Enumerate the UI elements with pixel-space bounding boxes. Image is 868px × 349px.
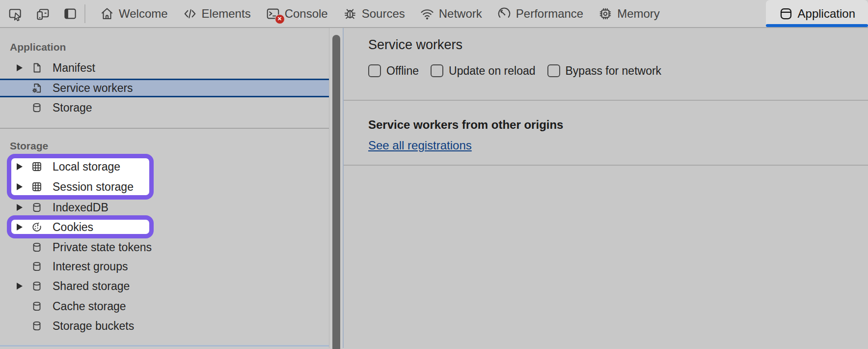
bypass-for-network-option: Bypass for network (547, 64, 662, 78)
sidebar-bottom-divider (0, 345, 329, 347)
tab-label: Network (439, 7, 482, 21)
tab-label: Application (798, 7, 855, 21)
sidebar-item-private-state-tokens[interactable]: Private state tokens (0, 237, 329, 257)
tab-memory[interactable]: Memory (591, 0, 667, 27)
sidebar-item-local-storage[interactable]: Local storage (0, 157, 329, 176)
main-divider (344, 165, 868, 166)
tab-label: Elements (202, 7, 251, 21)
wifi-icon (420, 6, 434, 21)
update-on-reload-option: Update on reload (431, 64, 535, 78)
expand-triangle-icon[interactable] (17, 64, 23, 71)
update-on-reload-label: Update on reload (449, 64, 535, 78)
tab-console[interactable]: ✕ Console (258, 0, 335, 27)
selected-tab-underline (766, 24, 868, 27)
sidebar-scrollbar[interactable] (329, 28, 344, 348)
database-icon (31, 202, 43, 213)
code-brackets-icon (183, 6, 197, 21)
dock-side-icon[interactable] (63, 6, 78, 21)
tab-label: Sources (362, 7, 405, 21)
offline-option: Offline (368, 64, 419, 78)
home-icon (100, 6, 114, 21)
sidebar-item-cache-storage[interactable]: Cache storage (0, 296, 329, 316)
offline-checkbox[interactable] (368, 64, 381, 77)
tab-label: Welcome (119, 7, 168, 21)
other-origins-heading: Service workers from other origins (368, 118, 563, 132)
panel-tabs: Welcome Elements ✕ Console (92, 0, 868, 27)
section-header-storage: Storage (10, 140, 48, 152)
devtools-window: Welcome Elements ✕ Console (0, 0, 868, 349)
toolbar-separator (84, 4, 85, 23)
sidebar-item-storage-buckets[interactable]: Storage buckets (0, 316, 329, 336)
tab-welcome[interactable]: Welcome (92, 0, 175, 27)
sidebar-item-session-storage[interactable]: Session storage (0, 177, 329, 197)
application-sidebar: Application Manifest (0, 28, 329, 348)
database-icon (31, 241, 43, 253)
console-error-badge: ✕ (275, 14, 285, 24)
database-icon (31, 102, 43, 114)
database-icon (31, 280, 43, 292)
memory-chip-icon (598, 6, 613, 21)
sidebar-item-shared-storage[interactable]: Shared storage (0, 276, 329, 296)
sidebar-scrollbar-thumb[interactable] (332, 35, 340, 349)
bypass-for-network-label: Bypass for network (566, 64, 662, 78)
offline-label: Offline (386, 64, 419, 78)
cookie-icon (31, 221, 43, 233)
sidebar-item-storage[interactable]: Storage (0, 98, 329, 117)
device-toolbar-icon[interactable] (35, 6, 50, 21)
service-worker-options: Offline Update on reload Bypass for netw… (368, 63, 661, 78)
service-workers-panel: Service workers Offline Update on reload… (344, 28, 868, 348)
devtools-content: Application Manifest (0, 28, 868, 348)
tab-application[interactable]: Application (766, 0, 868, 27)
sidebar-item-cookies[interactable]: Cookies (0, 217, 329, 237)
sidebar-item-manifest[interactable]: Manifest (0, 58, 329, 78)
sidebar-item-interest-groups[interactable]: Interest groups (0, 257, 329, 276)
bypass-for-network-checkbox[interactable] (547, 64, 560, 77)
expand-triangle-icon[interactable] (17, 283, 23, 290)
bug-icon (343, 6, 357, 21)
tab-label: Memory (617, 7, 660, 21)
toolbar-left-controls (0, 0, 78, 27)
tab-network[interactable]: Network (412, 0, 489, 27)
tab-label: Performance (516, 7, 583, 21)
main-divider (344, 100, 868, 101)
page-title: Service workers (368, 37, 462, 52)
database-icon (31, 300, 43, 312)
table-grid-icon (31, 181, 43, 193)
expand-triangle-icon[interactable] (17, 163, 23, 170)
sidebar-item-indexeddb[interactable]: IndexedDB (0, 198, 329, 217)
sidebar-divider (0, 128, 329, 129)
app-window-icon (779, 6, 793, 21)
console-icon-wrap: ✕ (266, 6, 280, 21)
gauge-icon (497, 6, 512, 21)
tab-performance[interactable]: Performance (489, 0, 591, 27)
tab-sources[interactable]: Sources (335, 0, 412, 27)
expand-triangle-icon[interactable] (17, 183, 23, 190)
update-on-reload-checkbox[interactable] (431, 64, 443, 77)
expand-triangle-icon[interactable] (17, 204, 23, 211)
sidebar-item-service-workers[interactable]: Service workers (0, 79, 329, 97)
devtools-toolbar: Welcome Elements ✕ Console (0, 0, 868, 28)
table-grid-icon (31, 161, 43, 173)
database-icon (31, 261, 43, 272)
see-all-registrations-link[interactable]: See all registrations (368, 139, 472, 152)
expand-triangle-icon[interactable] (17, 224, 23, 231)
file-icon (31, 62, 43, 74)
section-header-application: Application (10, 41, 66, 54)
tab-label: Console (285, 7, 328, 21)
tab-elements[interactable]: Elements (175, 0, 258, 27)
database-icon (31, 320, 43, 332)
file-gear-icon (31, 82, 43, 94)
inspect-element-icon[interactable] (8, 6, 23, 21)
